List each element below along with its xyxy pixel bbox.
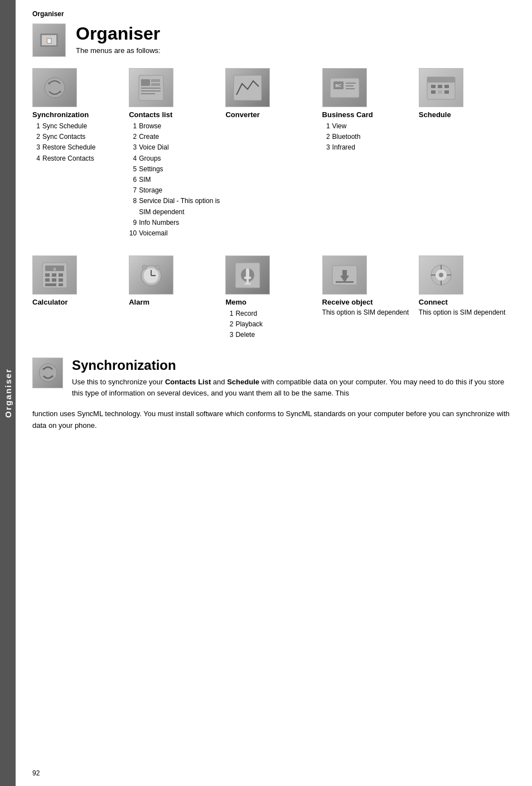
list-item: 2Sync Contacts [32, 132, 123, 142]
svg-rect-37 [59, 283, 63, 286]
svg-rect-8 [141, 88, 161, 89]
menu-col-alarm: Alarm [129, 255, 225, 341]
svg-rect-10 [141, 93, 155, 94]
menu-col-bizcard: BC Business Card 1View 2Bluetooth 3Infra… [322, 68, 419, 239]
list-item: 7Storage [129, 185, 220, 196]
calculator-icon: 0 [32, 255, 77, 295]
contacts-title: Contacts list [129, 110, 220, 119]
svg-point-57 [439, 273, 443, 277]
sync-section-icon [32, 358, 63, 388]
sync-section-content: Synchronization Use this to synchronize … [72, 358, 515, 400]
bold-contacts-list: Contacts List [165, 378, 211, 386]
connect-icon [419, 255, 463, 295]
svg-rect-50 [244, 283, 251, 284]
svg-rect-23 [438, 85, 442, 88]
contacts-icon [129, 68, 173, 107]
list-item: 1View [322, 121, 413, 132]
svg-rect-12 [151, 83, 160, 86]
list-item: 3Infrared [322, 142, 413, 153]
synchronization-title: Synchronization [32, 110, 123, 119]
svg-text:0: 0 [54, 267, 56, 271]
svg-text:BC: BC [335, 83, 341, 88]
svg-rect-24 [444, 85, 449, 88]
svg-rect-33 [45, 278, 50, 282]
menu-col-receive: Receive object This option is SIM depend… [322, 255, 419, 341]
page-title: Organiser [76, 23, 161, 44]
svg-rect-22 [431, 85, 436, 88]
synchronization-icon [32, 68, 77, 107]
bizcard-title: Business Card [322, 110, 413, 119]
page-header: 📋 Organiser The menus are as follows: [32, 23, 515, 57]
alarm-title: Alarm [129, 298, 220, 306]
list-item: 8Service Dial - This option is SIM depen… [129, 196, 220, 217]
svg-text:📋: 📋 [46, 37, 53, 44]
page-subtitle: The menus are as follows: [76, 46, 161, 55]
receive-title: Receive object [322, 298, 413, 306]
menu-col-contacts: Contacts list 1Browse 2Create 3Voice Dia… [129, 68, 225, 239]
svg-rect-17 [346, 85, 354, 86]
page-icon: 📋 [32, 23, 66, 57]
menu-col-calculator: 0 Calculator [32, 255, 129, 341]
list-item: 2Bluetooth [322, 132, 413, 142]
breadcrumb: Organiser [32, 10, 515, 18]
alarm-icon [129, 255, 173, 295]
list-item: 4Restore Contacts [32, 153, 123, 164]
svg-rect-18 [346, 88, 355, 89]
menu-col-connect: Connect This option is SIM dependent [419, 255, 515, 341]
memo-title: Memo [225, 298, 316, 306]
svg-rect-21 [427, 77, 455, 83]
list-item: 3Voice Dial [129, 142, 220, 153]
sync-section-text: Use this to synchronize your Contacts Li… [72, 377, 515, 400]
svg-point-44 [156, 265, 160, 269]
svg-rect-16 [346, 83, 356, 84]
bold-schedule: Schedule [227, 378, 259, 386]
svg-rect-9 [141, 90, 161, 91]
page-title-block: Organiser The menus are as follows: [76, 23, 161, 55]
receive-subtitle: This option is SIM dependent [322, 308, 413, 316]
sync-section: Synchronization Use this to synchronize … [32, 358, 515, 400]
list-item: 2Playback [225, 319, 316, 330]
receive-icon [322, 255, 367, 295]
svg-rect-11 [151, 79, 160, 82]
svg-rect-36 [45, 283, 56, 286]
svg-rect-7 [141, 79, 150, 86]
page-wrapper: Organiser Organiser 📋 Organiser The menu… [0, 0, 532, 786]
connect-title: Connect [419, 298, 510, 306]
memo-icon [225, 255, 270, 295]
calculator-title: Calculator [32, 298, 123, 306]
list-item: 4Groups [129, 153, 220, 164]
list-item: 9Info Numbers [129, 218, 220, 228]
svg-point-43 [142, 265, 147, 269]
list-item: 10Voicemail [129, 228, 220, 239]
svg-rect-35 [59, 278, 63, 282]
svg-rect-13 [234, 75, 262, 100]
side-tab: Organiser [0, 0, 16, 786]
converter-title: Converter [225, 110, 316, 119]
svg-rect-25 [431, 90, 436, 94]
menu-col-synchronization: Synchronization 1Sync Schedule 2Sync Con… [32, 68, 129, 239]
svg-rect-27 [444, 90, 449, 94]
list-item: 1Record [225, 308, 316, 319]
list-item: 1Browse [129, 121, 220, 132]
list-item: 2Create [129, 132, 220, 142]
contacts-list: 1Browse 2Create 3Voice Dial 4Groups 5Set… [129, 121, 220, 239]
list-item: 5Settings [129, 164, 220, 175]
list-item: 3Restore Schedule [32, 142, 123, 153]
synchronization-list: 1Sync Schedule 2Sync Contacts 3Restore S… [32, 121, 123, 164]
page-number: 92 [32, 769, 40, 777]
bizcard-list: 1View 2Bluetooth 3Infrared [322, 121, 413, 153]
list-item: 6SIM [129, 175, 220, 185]
connect-subtitle: This option is SIM dependent [419, 308, 510, 316]
list-item: 3Delete [225, 330, 316, 340]
schedule-title: Schedule [419, 110, 510, 119]
svg-rect-26 [438, 90, 442, 94]
svg-rect-49 [246, 279, 249, 283]
svg-rect-34 [52, 278, 56, 282]
bizcard-icon: BC [322, 68, 367, 107]
svg-rect-48 [244, 277, 251, 279]
svg-rect-31 [52, 273, 56, 277]
menu-col-converter: Converter [225, 68, 322, 239]
main-content: Organiser 📋 Organiser The menus are as f… [16, 0, 532, 786]
side-tab-label: Organiser [3, 368, 13, 418]
sync-section-title: Synchronization [72, 358, 515, 373]
